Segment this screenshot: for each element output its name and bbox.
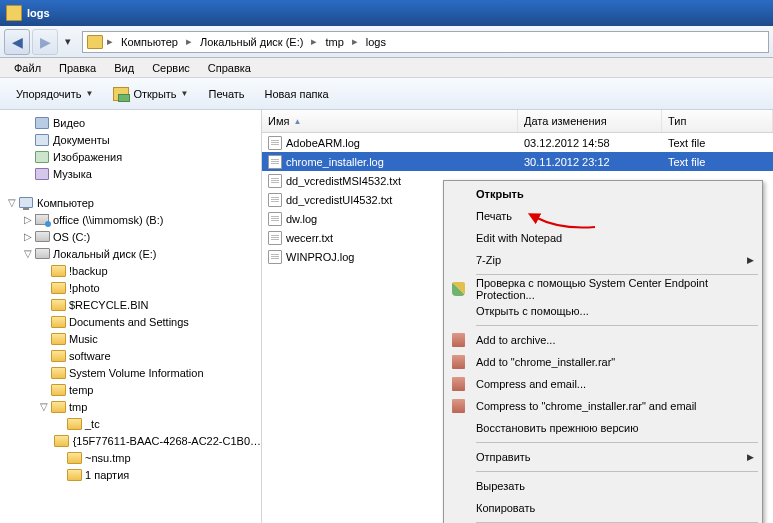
breadcrumb-segment[interactable]: Компьютер xyxy=(117,36,182,48)
context-menu-item[interactable]: Compress to "chrome_installer.rar" and e… xyxy=(446,395,760,417)
menu-bar: Файл Правка Вид Сервис Справка xyxy=(0,58,773,78)
context-menu-item[interactable]: Открыть с помощью... xyxy=(446,300,760,322)
chevron-right-icon[interactable]: ▸ xyxy=(309,35,319,48)
tree-item[interactable]: ▷~nsu.tmp xyxy=(0,449,261,466)
file-icon xyxy=(268,250,282,264)
tree-item[interactable]: ▷Изображения xyxy=(0,148,261,165)
library-icon xyxy=(34,132,50,148)
file-name: WINPROJ.log xyxy=(286,251,354,263)
newfolder-button[interactable]: Новая папка xyxy=(257,84,337,104)
open-button[interactable]: Открыть▼ xyxy=(105,83,196,105)
column-headers: Имя▲ Дата изменения Тип xyxy=(262,110,773,133)
nav-history-dropdown[interactable]: ▾ xyxy=(60,29,76,55)
context-menu-item[interactable]: Add to archive... xyxy=(446,329,760,351)
tree-item[interactable]: ▷temp xyxy=(0,381,261,398)
tree-item-label: Документы xyxy=(53,134,110,146)
menu-tools[interactable]: Сервис xyxy=(144,60,198,76)
context-menu-item[interactable]: Edit with Notepad xyxy=(446,227,760,249)
tree-item[interactable]: ▷{15F77611-BAAC-4268-AC22-C1B0… xyxy=(0,432,261,449)
back-button[interactable]: ◀ xyxy=(4,29,30,55)
column-name[interactable]: Имя▲ xyxy=(262,110,518,132)
chevron-right-icon[interactable]: ▸ xyxy=(184,35,194,48)
context-menu-item[interactable]: Копировать xyxy=(446,497,760,519)
tree-item-label: temp xyxy=(69,384,93,396)
tree-item[interactable]: ▷software xyxy=(0,347,261,364)
context-menu-item[interactable]: Печать xyxy=(446,205,760,227)
tree-item-label: Documents and Settings xyxy=(69,316,189,328)
folder-icon xyxy=(50,314,66,330)
expand-closed-icon[interactable]: ▷ xyxy=(22,231,34,242)
tree-item[interactable]: ▷Music xyxy=(0,330,261,347)
tree-item[interactable]: ▷Documents and Settings xyxy=(0,313,261,330)
context-menu-label: Вырезать xyxy=(476,480,525,492)
context-menu-item[interactable]: Вырезать xyxy=(446,475,760,497)
tree-item[interactable]: ▽Компьютер xyxy=(0,194,261,211)
menu-edit[interactable]: Правка xyxy=(51,60,104,76)
tree-item[interactable]: ▷_tc xyxy=(0,415,261,432)
breadcrumb-segment[interactable]: logs xyxy=(362,36,390,48)
nav-bar: ◀ ▶ ▾ ▸ Компьютер ▸ Локальный диск (E:) … xyxy=(0,26,773,58)
expand-open-icon[interactable]: ▽ xyxy=(6,197,18,208)
file-type: Text file xyxy=(662,137,773,149)
nav-tree[interactable]: ▷Видео▷Документы▷Изображения▷Музыка▽Комп… xyxy=(0,110,262,523)
tree-item[interactable]: ▷System Volume Information xyxy=(0,364,261,381)
context-menu-item[interactable]: Compress and email... xyxy=(446,373,760,395)
window-title: logs xyxy=(27,7,50,19)
drive-icon xyxy=(34,246,50,262)
tree-item[interactable]: ▷$RECYCLE.BIN xyxy=(0,296,261,313)
address-bar[interactable]: ▸ Компьютер ▸ Локальный диск (E:) ▸ tmp … xyxy=(82,31,769,53)
file-icon xyxy=(268,193,282,207)
context-menu-item[interactable]: Восстановить прежнюю версию xyxy=(446,417,760,439)
file-row[interactable]: AdobeARM.log03.12.2012 14:58Text file xyxy=(262,133,773,152)
context-menu-label: Add to archive... xyxy=(476,334,556,346)
menu-help[interactable]: Справка xyxy=(200,60,259,76)
context-menu-item[interactable]: Открыть xyxy=(446,183,760,205)
context-menu-item[interactable]: 7-Zip▶ xyxy=(446,249,760,271)
tree-item[interactable]: ▷Музыка xyxy=(0,165,261,182)
tree-item-label: Музыка xyxy=(53,168,92,180)
context-menu-label: Восстановить прежнюю версию xyxy=(476,422,638,434)
tree-item[interactable]: ▷OS (C:) xyxy=(0,228,261,245)
tree-item[interactable]: ▷Документы xyxy=(0,131,261,148)
expand-open-icon[interactable]: ▽ xyxy=(38,401,50,412)
menu-separator xyxy=(476,471,758,472)
file-name: dd_vcredistMSI4532.txt xyxy=(286,175,401,187)
context-menu-item[interactable]: Отправить▶ xyxy=(446,446,760,468)
file-icon xyxy=(268,174,282,188)
tree-item[interactable]: ▽Локальный диск (E:) xyxy=(0,245,261,262)
tree-item[interactable]: ▷1 партия xyxy=(0,466,261,483)
menu-view[interactable]: Вид xyxy=(106,60,142,76)
breadcrumb-segment[interactable]: tmp xyxy=(321,36,347,48)
column-date[interactable]: Дата изменения xyxy=(518,110,662,132)
context-menu-label: Печать xyxy=(476,210,512,222)
print-button[interactable]: Печать xyxy=(201,84,253,104)
forward-button[interactable]: ▶ xyxy=(32,29,58,55)
organize-button[interactable]: Упорядочить▼ xyxy=(8,84,101,104)
tree-item[interactable]: ▽tmp xyxy=(0,398,261,415)
file-name: chrome_installer.log xyxy=(286,156,384,168)
submenu-arrow-icon: ▶ xyxy=(747,452,754,462)
context-menu-label: 7-Zip xyxy=(476,254,501,266)
breadcrumb-segment[interactable]: Локальный диск (E:) xyxy=(196,36,308,48)
chevron-right-icon[interactable]: ▸ xyxy=(105,35,115,48)
menu-file[interactable]: Файл xyxy=(6,60,49,76)
tree-item[interactable]: ▷!backup xyxy=(0,262,261,279)
tree-item[interactable]: ▷Видео xyxy=(0,114,261,131)
book-icon xyxy=(452,333,465,347)
context-menu-item[interactable]: Add to "chrome_installer.rar" xyxy=(446,351,760,373)
file-row[interactable]: chrome_installer.log30.11.2012 23:12Text… xyxy=(262,152,773,171)
tree-item-label: Видео xyxy=(53,117,85,129)
column-type[interactable]: Тип xyxy=(662,110,773,132)
tree-item[interactable]: ▷office (\\immomsk) (B:) xyxy=(0,211,261,228)
book-icon xyxy=(452,355,465,369)
context-menu-item[interactable]: Проверка с помощью System Center Endpoin… xyxy=(446,278,760,300)
expand-closed-icon[interactable]: ▷ xyxy=(22,214,34,225)
chevron-right-icon[interactable]: ▸ xyxy=(350,35,360,48)
expand-open-icon[interactable]: ▽ xyxy=(22,248,34,259)
menu-separator xyxy=(476,274,758,275)
context-menu-label: Отправить xyxy=(476,451,531,463)
tree-item[interactable]: ▷!photo xyxy=(0,279,261,296)
context-menu: ОткрытьПечатьEdit with Notepad7-Zip▶Пров… xyxy=(443,180,763,523)
sort-asc-icon: ▲ xyxy=(293,117,301,126)
context-menu-label: Открыть xyxy=(476,188,524,200)
